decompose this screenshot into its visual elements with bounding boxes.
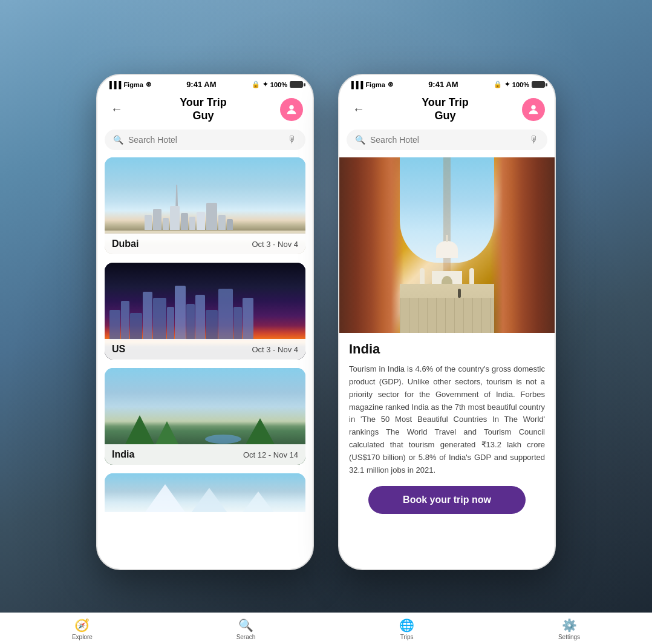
bt-icon-right: ✦ <box>504 80 510 88</box>
card-overlay-dubai: Dubai Oct 3 - Nov 4 <box>105 234 305 254</box>
title-left: Your Trip Guy <box>126 96 280 122</box>
status-bar-right: ▐▐▐ Figma ⊛ 9:41 AM 🔒 ✦ 100% <box>339 75 555 91</box>
card-india[interactable]: India Oct 12 - Nov 14 <box>105 368 305 465</box>
destination-dates-us: Oct 3 - Nov 4 <box>252 345 298 354</box>
search-bar-right[interactable]: 🔍 🎙 <box>347 130 547 150</box>
destination-name-india: India <box>112 449 134 460</box>
phones-container: ▐▐▐ Figma ⊛ 9:41 AM 🔒 ✦ 100% ← Your Trip… <box>0 0 652 644</box>
search-bar-left[interactable]: 🔍 🎙 <box>105 130 305 150</box>
signal-icon-right: ▐▐▐ <box>349 81 363 88</box>
back-button-left[interactable]: ← <box>107 102 126 116</box>
wifi-icon-right: ⊛ <box>388 80 393 88</box>
destination-dates-india: Oct 12 - Nov 14 <box>243 450 298 459</box>
right-phone: ▐▐▐ Figma ⊛ 9:41 AM 🔒 ✦ 100% ← Your Trip… <box>338 74 556 570</box>
avatar-right[interactable] <box>522 98 545 121</box>
search-input-left[interactable] <box>128 135 282 145</box>
mic-icon-left[interactable]: 🎙 <box>287 134 297 145</box>
card-dubai[interactable]: Dubai Oct 3 - Nov 4 <box>105 157 305 254</box>
detail-destination-name: India <box>349 341 545 357</box>
book-trip-button[interactable]: Book your trip now <box>368 486 525 514</box>
header-left: ← Your Trip Guy <box>97 91 313 130</box>
avatar-left[interactable] <box>280 98 303 121</box>
card-snow[interactable] <box>105 473 305 512</box>
header-right: ← Your Trip Guy <box>339 91 555 130</box>
card-us[interactable]: US Oct 3 - Nov 4 <box>105 263 305 360</box>
lock-icon: 🔒 <box>252 80 260 88</box>
svg-point-1 <box>531 105 535 109</box>
card-overlay-us: US Oct 3 - Nov 4 <box>105 339 305 360</box>
signal-icon: ▐▐▐ <box>107 81 121 88</box>
battery-icon-right <box>532 81 545 88</box>
wifi-icon: ⊛ <box>146 80 151 88</box>
lock-icon-right: 🔒 <box>494 80 502 88</box>
bt-icon: ✦ <box>262 80 268 88</box>
time-display-left: 9:41 AM <box>186 80 216 89</box>
destination-name-dubai: Dubai <box>112 238 139 249</box>
cards-list: Dubai Oct 3 - Nov 4 <box>97 157 313 512</box>
status-left: ▐▐▐ Figma ⊛ <box>107 80 151 88</box>
title-right: Your Trip Guy <box>368 96 522 122</box>
left-phone: ▐▐▐ Figma ⊛ 9:41 AM 🔒 ✦ 100% ← Your Trip… <box>96 74 314 570</box>
battery-label-left: 100% <box>270 81 287 88</box>
destination-name-us: US <box>112 344 125 355</box>
search-icon-left: 🔍 <box>113 135 123 145</box>
status-left-right: ▐▐▐ Figma ⊛ <box>349 80 393 88</box>
battery-label-right: 100% <box>512 81 529 88</box>
carrier-label-right: Figma <box>365 81 385 88</box>
destination-dates-dubai: Oct 3 - Nov 4 <box>252 240 298 249</box>
search-input-right[interactable] <box>370 135 524 145</box>
status-right-right: 🔒 ✦ 100% <box>494 80 545 88</box>
time-display-right: 9:41 AM <box>428 80 458 89</box>
svg-point-0 <box>289 105 293 109</box>
card-overlay-india: India Oct 12 - Nov 14 <box>105 444 305 465</box>
mic-icon-right[interactable]: 🎙 <box>529 134 539 145</box>
status-right-left: 🔒 ✦ 100% <box>252 80 303 88</box>
detail-content: India Tourism in India is 4.6% of the co… <box>339 333 555 522</box>
back-button-right[interactable]: ← <box>349 102 368 116</box>
search-icon-right: 🔍 <box>355 135 365 145</box>
status-bar-left: ▐▐▐ Figma ⊛ 9:41 AM 🔒 ✦ 100% <box>97 75 313 91</box>
detail-description: Tourism in India is 4.6% of the country'… <box>349 363 545 476</box>
destination-image-india <box>339 157 555 333</box>
battery-icon-left <box>290 81 303 88</box>
carrier-label: Figma <box>123 81 143 88</box>
